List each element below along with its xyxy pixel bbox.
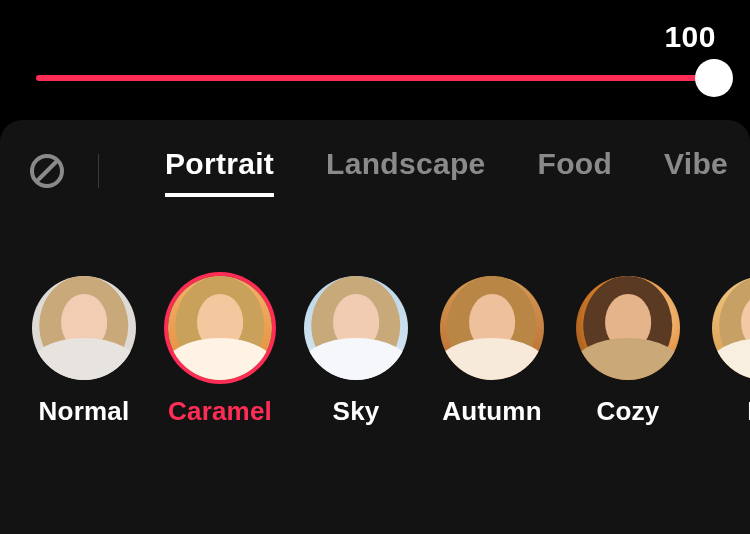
intensity-slider-area: 100 — [0, 0, 750, 120]
filter-cozy[interactable]: Cozy — [576, 276, 680, 427]
filter-thumb — [440, 276, 544, 380]
svg-line-1 — [37, 161, 57, 181]
category-divider — [98, 154, 99, 188]
filter-thumb — [576, 276, 680, 380]
filter-label: Caramel — [168, 396, 272, 427]
intensity-value: 100 — [664, 20, 716, 54]
filter-thumb — [32, 276, 136, 380]
no-filter-icon[interactable] — [28, 152, 66, 190]
tab-portrait[interactable]: Portrait — [165, 147, 274, 195]
tab-vibe[interactable]: Vibe — [664, 147, 728, 195]
filter-label: Cozy — [597, 396, 660, 427]
category-tabs: Portrait Landscape Food Vibe — [131, 147, 728, 195]
filter-thumb — [168, 276, 272, 380]
filter-label: Sky — [333, 396, 380, 427]
filter-be[interactable]: Be — [712, 276, 750, 427]
filter-thumb — [304, 276, 408, 380]
category-row: Portrait Landscape Food Vibe — [0, 136, 750, 206]
filter-list: Normal Caramel Sky Autumn Cozy — [0, 276, 750, 427]
filter-caramel[interactable]: Caramel — [168, 276, 272, 427]
tab-landscape[interactable]: Landscape — [326, 147, 485, 195]
filter-label: Normal — [39, 396, 130, 427]
filter-label: Autumn — [442, 396, 541, 427]
intensity-slider-track[interactable] — [36, 75, 714, 81]
filter-panel: Portrait Landscape Food Vibe Normal Cara… — [0, 120, 750, 534]
filter-sky[interactable]: Sky — [304, 276, 408, 427]
intensity-slider-thumb[interactable] — [695, 59, 733, 97]
filter-normal[interactable]: Normal — [32, 276, 136, 427]
filter-autumn[interactable]: Autumn — [440, 276, 544, 427]
tab-food[interactable]: Food — [538, 147, 613, 195]
filter-thumb — [712, 276, 750, 380]
